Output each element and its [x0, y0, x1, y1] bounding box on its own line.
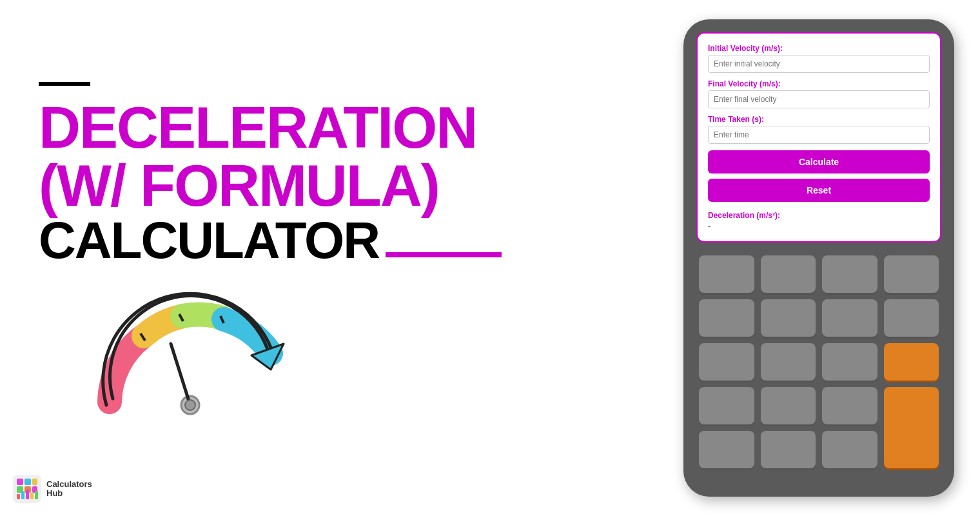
svg-rect-8: [17, 479, 23, 485]
final-velocity-input[interactable]: [708, 90, 930, 108]
calculator-body: Initial Velocity (m/s): Final Velocity (…: [683, 19, 954, 497]
calculator-screen: Initial Velocity (m/s): Final Velocity (…: [696, 32, 941, 243]
time-input[interactable]: [708, 126, 930, 144]
underline-decoration: [386, 252, 502, 257]
numpad: [696, 255, 941, 468]
num-btn-8[interactable]: [884, 299, 939, 337]
right-section: Initial Velocity (m/s): Final Velocity (…: [658, 0, 980, 516]
svg-rect-10: [32, 479, 37, 485]
num-btn-5[interactable]: [699, 299, 754, 337]
num-btn-3[interactable]: [822, 255, 877, 293]
svg-rect-9: [24, 479, 31, 485]
svg-rect-14: [17, 494, 20, 499]
initial-velocity-input[interactable]: [708, 55, 930, 73]
num-btn-6[interactable]: [761, 299, 816, 337]
num-btn-2[interactable]: [761, 255, 816, 293]
left-section: DECELERATION (W/ FORMULA) CALCULATOR: [0, 0, 658, 516]
svg-point-6: [185, 400, 195, 410]
speedometer-illustration: [39, 286, 361, 434]
logo-container: Calculators Hub: [13, 475, 92, 503]
logo-text: Calculators Hub: [46, 480, 92, 499]
num-btn-16[interactable]: [761, 431, 816, 468]
logo-name-calculators: Calculators: [46, 480, 92, 489]
svg-line-5: [171, 344, 190, 405]
num-btn-4[interactable]: [884, 255, 939, 293]
svg-rect-15: [21, 491, 24, 499]
num-btn-9[interactable]: [699, 343, 754, 381]
result-value: -: [708, 221, 930, 231]
final-velocity-label: Final Velocity (m/s):: [708, 79, 930, 88]
title-deceleration: DECELERATION: [39, 99, 619, 157]
title-calculator: CALCULATOR: [39, 215, 619, 266]
num-btn-7[interactable]: [822, 299, 877, 337]
logo-name-hub: Hub: [46, 489, 92, 498]
initial-velocity-label: Initial Velocity (m/s):: [708, 44, 930, 53]
num-btn-orange-1[interactable]: [884, 343, 939, 381]
top-bar-decoration: [39, 82, 90, 86]
num-btn-1[interactable]: [699, 255, 754, 293]
num-btn-13[interactable]: [761, 387, 816, 424]
time-label: Time Taken (s):: [708, 115, 930, 124]
svg-rect-16: [26, 490, 29, 499]
reset-button[interactable]: Reset: [708, 179, 930, 202]
num-btn-17[interactable]: [822, 431, 877, 468]
num-btn-14[interactable]: [822, 387, 877, 424]
svg-rect-17: [30, 493, 34, 499]
svg-rect-18: [35, 491, 38, 499]
num-btn-11[interactable]: [822, 343, 877, 381]
num-btn-orange-2[interactable]: [884, 387, 939, 468]
num-btn-12[interactable]: [699, 387, 754, 424]
calculate-button[interactable]: Calculate: [708, 150, 930, 174]
num-btn-15[interactable]: [699, 431, 754, 468]
title-formula: (W/ FORMULA): [39, 157, 619, 215]
result-label: Deceleration (m/s²):: [708, 211, 930, 220]
num-btn-10[interactable]: [761, 343, 816, 381]
logo-icon: [13, 475, 41, 503]
